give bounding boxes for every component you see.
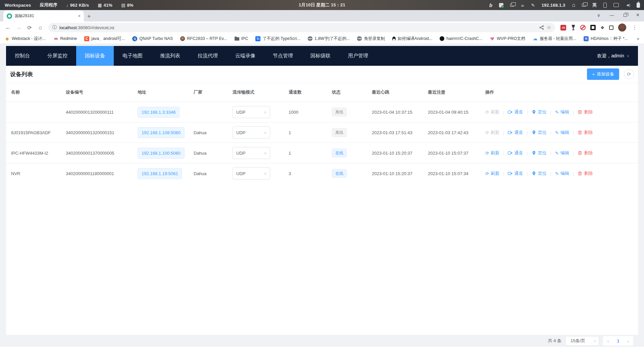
device-address-chip[interactable]: 192.168.1.100:5060 (138, 148, 185, 159)
device-address-chip[interactable]: 192.168.1.3:3346 (138, 107, 180, 118)
back-button[interactable]: ← (3, 23, 13, 32)
channels-action[interactable]: 通道 (508, 109, 523, 115)
share-icon[interactable] (539, 25, 544, 30)
tab-close-icon[interactable]: × (78, 13, 81, 18)
volume-icon[interactable]: ◄) (626, 3, 630, 7)
ip-address-indicator[interactable]: 192.168.1.3 (542, 3, 565, 8)
window-close-button[interactable]: × (636, 12, 639, 18)
refresh-action[interactable]: ⟳刷新 (485, 130, 499, 136)
window-restore-button[interactable] (624, 14, 627, 17)
locate-action[interactable]: 定位 (532, 109, 547, 115)
nav-item-split-screen[interactable]: 分屏监控 (39, 46, 76, 66)
locate-action[interactable]: 定位 (532, 150, 547, 156)
bookmark-redmine[interactable]: ∧∧Redmine (53, 36, 77, 41)
color-picker-tray-icon[interactable]: ✎ (531, 3, 535, 7)
browser-home-button[interactable]: ⌂ (36, 23, 45, 32)
delete-action[interactable]: 删除 (578, 109, 593, 115)
prev-page-button[interactable]: ‹ (603, 336, 613, 346)
workspace-switcher-icon[interactable] (582, 4, 586, 7)
browser-menu-icon[interactable]: ⋮ (631, 24, 639, 31)
bookmark-article1[interactable]: 1.8W字|了不起的... (308, 36, 350, 42)
recorder-extension-icon[interactable] (590, 25, 596, 30)
delete-action[interactable]: 删除 (578, 150, 593, 156)
input-method-indicator[interactable]: 英 (592, 2, 597, 8)
screenshot-tray-icon[interactable] (499, 3, 503, 7)
locate-action[interactable]: 定位 (532, 130, 547, 136)
battery-icon[interactable] (637, 3, 640, 8)
edit-action[interactable]: ✎编辑 (555, 130, 569, 136)
bookmark-github[interactable]: hairrrrr/C-CrashC... (440, 36, 482, 41)
address-bar[interactable]: ⓘ localhost:38080/#/deviceList ☆ (48, 23, 555, 32)
add-device-button[interactable]: + 添加设备 (587, 68, 619, 80)
nav-item-gb-cascade[interactable]: 国标级联 (302, 46, 339, 66)
phone-link-icon[interactable] (603, 3, 607, 8)
bookmark-qnap[interactable]: QQNAP Turbo NAS (132, 36, 173, 41)
reload-button[interactable]: ⟳ (25, 23, 34, 32)
bookmark-folder-ipc[interactable]: IPC (235, 36, 248, 41)
edit-action[interactable]: ✎编辑 (555, 109, 569, 115)
stream-mode-select[interactable]: UDP∨ (233, 167, 270, 179)
refresh-action[interactable]: ⟳刷新 (485, 150, 499, 156)
channels-action[interactable]: 通道 (508, 150, 523, 156)
bookmark-csdn[interactable]: Cjava、android可... (84, 36, 125, 42)
clock[interactable]: 1月10日 星期二 15：21 (299, 2, 345, 8)
forward-button[interactable]: → (14, 23, 23, 32)
channels-action[interactable]: 通道 (508, 170, 523, 176)
refresh-action[interactable]: ⟳刷新 (485, 109, 499, 115)
bookmark-hdatmos[interactable]: NHDAtmos :: 种子 *... (584, 36, 628, 42)
user-menu[interactable]: 欢迎，admin∨ (597, 53, 638, 59)
nav-item-push-list[interactable]: 推流列表 (151, 46, 189, 66)
url-text[interactable]: localhost:38080/#/deviceList (59, 25, 537, 30)
nav-item-cloud-record[interactable]: 云端录像 (227, 46, 264, 66)
refresh-list-button[interactable]: ⟳ (624, 69, 634, 79)
applications-menu[interactable]: 应用程序 (40, 2, 57, 8)
workspaces-button[interactable]: Workspaces (5, 3, 31, 8)
edit-action[interactable]: ✎编辑 (555, 170, 569, 176)
nav-item-node-mgmt[interactable]: 节点管理 (264, 46, 302, 66)
refresh-action[interactable]: ⟳刷新 (485, 170, 499, 176)
bookmark-android-build[interactable]: 如何编译Android... (392, 36, 433, 42)
bookmark-zhihu[interactable]: 知了不起的 TypeScri... (255, 36, 300, 42)
profile-chevron-icon[interactable]: ∨ (597, 13, 600, 18)
clipboard-tray-icon[interactable] (510, 4, 514, 7)
channels-action[interactable]: 通道 (508, 130, 523, 136)
window-minimize-button[interactable]: — (610, 13, 614, 18)
bookmark-wvp-docs[interactable]: ΨWVP-PRO文档 (490, 36, 525, 42)
next-page-button[interactable]: › (623, 336, 633, 346)
device-address-chip[interactable]: 192.168.1.108:5060 (138, 127, 185, 138)
locate-action[interactable]: 定位 (532, 170, 547, 176)
nav-item-gb-devices[interactable]: 国标设备 (76, 46, 114, 66)
page-size-select[interactable]: 15条/页 ∨ (565, 336, 599, 346)
home-tray-icon[interactable]: ⌂ (572, 2, 576, 8)
stream-mode-select[interactable]: UDP∨ (233, 126, 270, 139)
stream-mode-select[interactable]: UDP∨ (233, 147, 270, 159)
caffeine-tray-icon[interactable]: ☕ (521, 3, 525, 7)
stream-mode-select[interactable]: UDP∨ (233, 106, 270, 118)
bookmarks-overflow-icon[interactable]: » (637, 36, 639, 41)
display-icon[interactable] (613, 3, 619, 7)
device-address-chip[interactable]: 192.168.1.19:5061 (138, 168, 182, 179)
browser-tab[interactable]: 国标28181 × (3, 10, 84, 21)
bookmark-article2[interactable]: 免登录复制 (357, 36, 385, 42)
wine-extension-icon[interactable] (571, 25, 576, 30)
js-extension-icon[interactable]: JS (560, 25, 566, 31)
delete-action[interactable]: 删除 (578, 130, 593, 136)
nav-item-pull-proxy[interactable]: 拉流代理 (189, 46, 227, 66)
bing-tray-icon[interactable]: b (489, 2, 492, 8)
adblock-extension-icon[interactable] (580, 25, 586, 30)
bookmark-rfc2833[interactable]: RFC2833 – RTP Ev... (180, 36, 227, 41)
bookmark-webstack[interactable]: ◆Webstack - 设计... (5, 36, 46, 42)
extensions-puzzle-icon[interactable]: ❖ (600, 25, 604, 30)
bookmark-cloud-server[interactable]: ☁服务器 - 轻量应用... (533, 36, 576, 42)
new-tab-button[interactable]: + (87, 13, 91, 21)
edit-action[interactable]: ✎编辑 (555, 150, 569, 156)
profile-avatar[interactable] (618, 23, 626, 32)
nav-item-user-mgmt[interactable]: 用户管理 (339, 46, 377, 66)
delete-action[interactable]: 删除 (578, 170, 593, 176)
nav-item-dashboard[interactable]: 控制台 (6, 46, 39, 66)
tab-extension-icon[interactable] (609, 25, 613, 30)
current-page-number[interactable]: 1 (613, 336, 623, 346)
nav-item-map[interactable]: 电子地图 (114, 46, 151, 66)
bookmark-star-icon[interactable]: ☆ (547, 24, 551, 31)
site-info-icon[interactable]: ⓘ (52, 24, 57, 31)
